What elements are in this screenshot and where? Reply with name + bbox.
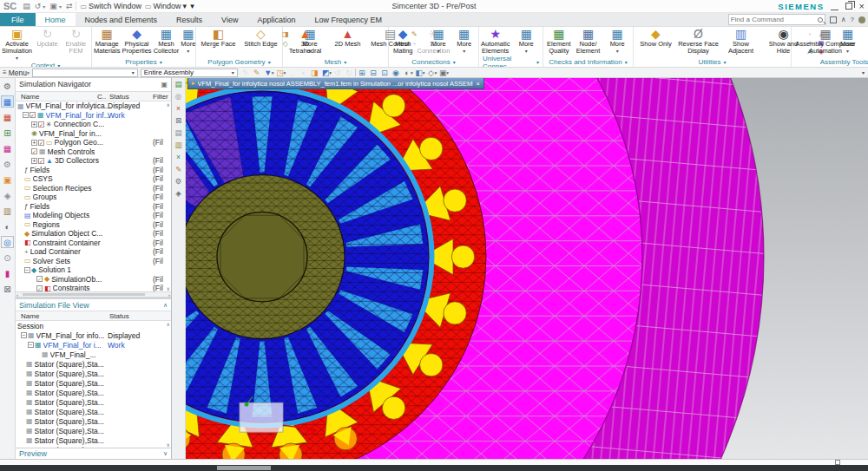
- file-row[interactable]: ▦ Stator (Square),Sta...: [16, 407, 171, 416]
- update-button[interactable]: ↻Update: [33, 28, 62, 48]
- rotate-view-icon[interactable]: ◉: [391, 69, 401, 77]
- snapshot-tool-icon[interactable]: ◎: [175, 92, 181, 101]
- expander[interactable]: −: [21, 332, 27, 338]
- functions-navigator-icon[interactable]: ⊞: [1, 127, 14, 139]
- part-icon[interactable]: ▥: [1, 205, 14, 217]
- user-status-icon[interactable]: [858, 16, 865, 23]
- file-row[interactable]: ▦ Stator (Square),Sta...: [16, 359, 171, 369]
- tree-row[interactable]: ✓ ◧ Constraints (Fil: [16, 284, 171, 291]
- activate-simulation-button[interactable]: ▣Activate Simulation▾: [1, 28, 33, 62]
- fem-mesh-view[interactable]: [186, 78, 868, 459]
- window-split-icon[interactable]: ⊞: [357, 69, 367, 77]
- save-icon[interactable]: ▤: [23, 2, 30, 10]
- merge-face-button[interactable]: ◧Merge Face: [197, 28, 240, 48]
- expander[interactable]: −: [23, 112, 29, 118]
- gear-part-icon[interactable]: ⚙: [1, 158, 14, 170]
- 2d-mesh-button[interactable]: ▲2D Mesh: [326, 28, 369, 55]
- tab-file[interactable]: File: [0, 13, 36, 26]
- tree-row[interactable]: + ✓ ▭ Polygon Geo... (Fil: [16, 138, 171, 147]
- fullscreen-icon[interactable]: [830, 16, 837, 23]
- physical-properties-button[interactable]: ◆Physical Properties: [121, 28, 152, 55]
- 1d-connection-button[interactable]: ✳1D Connection: [417, 28, 451, 55]
- checkbox[interactable]: ✓: [36, 285, 43, 291]
- element-quality-button[interactable]: ▦Element Quality: [544, 28, 574, 55]
- roles-gear-icon[interactable]: ⚙: [1, 80, 14, 92]
- file-row[interactable]: ▦ Stator (Square),Sta...: [16, 378, 171, 388]
- automatic-elements-button[interactable]: ★Automatic Elements: [480, 28, 511, 55]
- selection-scope-combo[interactable]: Entire Assembly▾: [141, 69, 238, 77]
- file-row[interactable]: ▦ Stator (Square),Sta...: [16, 388, 171, 397]
- 3d-tetrahedral-button[interactable]: ▲3D Tetrahedral: [284, 28, 326, 55]
- expander[interactable]: +: [31, 158, 37, 164]
- file-row[interactable]: ▦ VFM_Final_...: [16, 350, 171, 359]
- viewport-file-tab[interactable]: ▸ VFM_Final_for infolytica nosol ASSEMBL…: [187, 78, 484, 89]
- tree-row[interactable]: ▭ Regions (Fil: [16, 219, 171, 229]
- tree-row[interactable]: ◉ VFM_Final_for in...: [16, 128, 171, 138]
- scroll-up-icon[interactable]: ∧: [167, 321, 170, 327]
- tree-row[interactable]: − ◆ Solution 1: [16, 265, 171, 275]
- reverse-face-display-button[interactable]: ØReverse Face Display: [677, 28, 720, 55]
- save-view-icon[interactable]: ▤: [174, 128, 181, 138]
- preview-panel-header[interactable]: Preview ∨: [16, 448, 171, 459]
- col-filter[interactable]: Filter: [153, 93, 168, 101]
- expander[interactable]: −: [28, 342, 34, 348]
- checkbox[interactable]: ✓: [38, 121, 44, 128]
- scroll-down-icon[interactable]: ∨: [167, 442, 170, 448]
- toolbar-overflow-icon[interactable]: ▾: [190, 2, 194, 10]
- file-row[interactable]: − ▦ VFM_Final_for i... Work: [16, 340, 171, 350]
- expander[interactable]: +: [31, 121, 37, 128]
- selection-filter-combo[interactable]: ▾: [32, 69, 138, 77]
- file-row[interactable]: ▦ Stator (Square),Sta...: [16, 445, 171, 448]
- toolbar-overflow-icon[interactable]: ▾: [862, 69, 865, 75]
- checkbox[interactable]: ✓: [30, 112, 36, 118]
- stitch-edge-button[interactable]: ◇Stitch Edge: [240, 28, 282, 48]
- expander[interactable]: +: [31, 140, 37, 146]
- add-component-icon[interactable]: ◨: [309, 69, 319, 77]
- tree-row[interactable]: ▦ VFM_Final_for infolytica... Displayed: [16, 101, 171, 111]
- mesh-mating-button[interactable]: ◆Mesh Mating: [390, 28, 417, 55]
- graphics-viewport[interactable]: ▸ VFM_Final_for infolytica nosol ASSEMBL…: [186, 78, 868, 459]
- more-properties-button[interactable]: ▦More▾: [180, 28, 196, 55]
- popout-icon[interactable]: ▣: [161, 81, 168, 88]
- close-tab-icon[interactable]: ×: [476, 80, 480, 88]
- file-row[interactable]: − ▦ VFM_Final_for info... Displayed: [16, 330, 171, 340]
- section-tool-icon[interactable]: ◈: [175, 189, 181, 199]
- pencil-gray-icon[interactable]: ✎: [240, 69, 251, 77]
- tree-row[interactable]: + Load Container (Fil: [16, 247, 171, 257]
- tree-row[interactable]: + ✓ ▲ 3D Collectors (Fil: [16, 156, 171, 166]
- tree-row[interactable]: ✓ ▦ Mesh Controls: [16, 147, 171, 156]
- enable-fem-update-button[interactable]: ↻Enable FEM Update: [62, 28, 90, 55]
- Low Frequency EM[interactable]: Low Frequency EM: [306, 13, 392, 26]
- tree-row[interactable]: ▭ Groups (Fil: [16, 193, 171, 202]
- mesh-collector-button[interactable]: ▦Mesh Collector: [153, 28, 181, 55]
- hand-select-icon[interactable]: ◖: [298, 69, 308, 77]
- tree-row[interactable]: + ✓ ✳ Connection C...: [16, 120, 171, 129]
- csys-tool-icon[interactable]: ×: [176, 104, 181, 114]
- expand-icon[interactable]: ∨: [163, 450, 168, 457]
- info-icon[interactable]: ◐: [1, 220, 14, 232]
- tree-row[interactable]: ƒ Fields (Fil: [16, 165, 171, 174]
- checkbox[interactable]: ✓: [31, 148, 37, 154]
- tree-row[interactable]: ▭ Solver Sets (Fil: [16, 256, 171, 265]
- post-processing-navigator-icon[interactable]: ▦: [1, 111, 14, 123]
- window-menu-button[interactable]: ▭Window▾: [145, 2, 187, 10]
- Nodes and Elements[interactable]: Nodes and Elements: [76, 13, 168, 26]
- node-element-button[interactable]: ▦Node/ Element: [574, 28, 603, 55]
- restore-button[interactable]: [845, 3, 852, 10]
- window-layout-icon[interactable]: ▣▾: [49, 2, 62, 10]
- more-connections-button[interactable]: ▦More▾: [450, 28, 477, 55]
- toolbox-icon[interactable]: ⊠: [1, 283, 14, 295]
- assembly-composer-button[interactable]: ▦Assembly Composer Automation: [792, 28, 858, 55]
- close-button[interactable]: ×: [859, 3, 865, 10]
- file-row[interactable]: ▦ Stator (Square),Sta...: [16, 435, 171, 445]
- Application[interactable]: Application: [247, 13, 305, 26]
- pencil-icon[interactable]: ✎: [252, 69, 262, 77]
- file-row[interactable]: Session: [16, 321, 171, 330]
- show-adjacent-button[interactable]: ▥Show Adjacent: [720, 28, 762, 55]
- minimize-button[interactable]: [831, 3, 838, 10]
- measure-tool-icon[interactable]: ✎: [175, 165, 181, 174]
- close-tool-icon[interactable]: ⊠: [175, 116, 181, 126]
- assembly-navigator-icon[interactable]: ▣: [1, 173, 14, 186]
- link-icon[interactable]: ⇄: [66, 2, 73, 10]
- horizontal-scrollbar[interactable]: ‹›: [16, 291, 171, 298]
